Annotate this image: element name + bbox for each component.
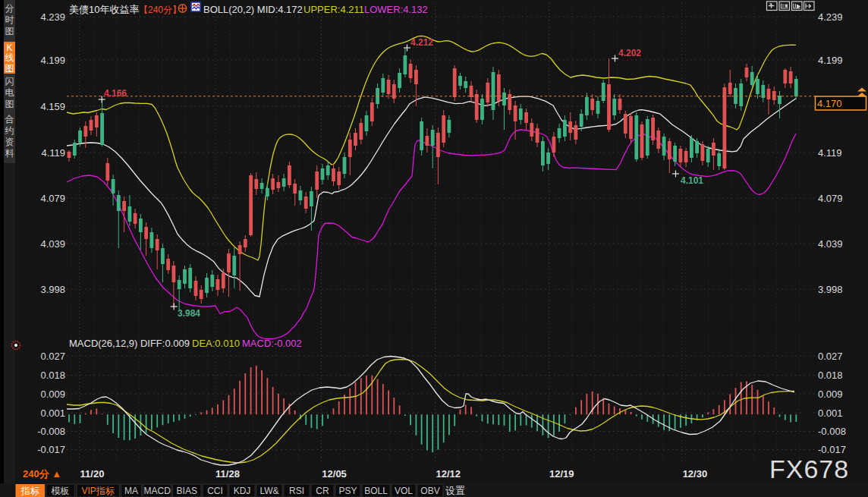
svg-text:-0.017: -0.017 xyxy=(818,444,846,455)
svg-text:图: 图 xyxy=(5,99,14,109)
svg-text:MACD(26,12,9) DIFF:0.009: MACD(26,12,9) DIFF:0.009 xyxy=(69,338,190,349)
svg-text:MA: MA xyxy=(124,486,138,496)
svg-text:BIAS: BIAS xyxy=(177,486,197,496)
svg-text:闪: 闪 xyxy=(5,76,14,87)
svg-text:CR: CR xyxy=(316,486,329,496)
svg-text:合: 合 xyxy=(5,114,14,124)
svg-text:4.202: 4.202 xyxy=(618,48,641,58)
svg-text:线: 线 xyxy=(5,52,14,63)
svg-text:12/30: 12/30 xyxy=(683,468,708,480)
svg-text:0.018: 0.018 xyxy=(818,370,843,381)
svg-text:0.001: 0.001 xyxy=(40,407,65,419)
svg-text:0.027: 0.027 xyxy=(818,351,843,362)
svg-text:UPPER:4.211: UPPER:4.211 xyxy=(303,4,364,15)
svg-text:4.119: 4.119 xyxy=(818,147,842,159)
svg-text:DEA:0.010: DEA:0.010 xyxy=(192,338,240,349)
svg-text:4.039: 4.039 xyxy=(818,238,843,250)
svg-text:模板: 模板 xyxy=(52,486,70,496)
svg-text:4.079: 4.079 xyxy=(818,193,843,204)
svg-text:-0.008: -0.008 xyxy=(37,426,65,437)
svg-text:4.199: 4.199 xyxy=(818,55,843,66)
svg-text:-0.008: -0.008 xyxy=(818,426,846,437)
svg-text:4.079: 4.079 xyxy=(40,193,65,204)
svg-text:240分 ▲: 240分 ▲ xyxy=(23,468,61,480)
svg-text:OBV: OBV xyxy=(420,486,439,496)
svg-text:VIP指标: VIP指标 xyxy=(82,486,115,496)
svg-text:4.119: 4.119 xyxy=(41,147,65,159)
svg-text:RSI: RSI xyxy=(289,486,304,496)
svg-text:分: 分 xyxy=(5,3,14,14)
svg-text:12/12: 12/12 xyxy=(436,468,461,480)
svg-text:4.199: 4.199 xyxy=(40,55,65,66)
svg-text:BOLL(20,2) MID:4.172: BOLL(20,2) MID:4.172 xyxy=(203,4,303,15)
svg-text:VOL: VOL xyxy=(395,486,413,496)
svg-text:4.039: 4.039 xyxy=(40,238,65,250)
svg-text:设置: 设置 xyxy=(445,485,465,496)
svg-text:LW&: LW& xyxy=(259,486,278,496)
svg-text:12/19: 12/19 xyxy=(549,468,574,480)
svg-text:图: 图 xyxy=(5,26,14,36)
svg-text:0.009: 0.009 xyxy=(818,388,843,400)
svg-text:11/20: 11/20 xyxy=(80,468,105,480)
svg-text:指标: 指标 xyxy=(20,486,40,496)
svg-text:4.170: 4.170 xyxy=(817,98,842,109)
svg-text:-0.017: -0.017 xyxy=(37,444,65,455)
svg-text:约: 约 xyxy=(5,125,14,136)
svg-text:4.166: 4.166 xyxy=(104,88,127,99)
svg-text:0.018: 0.018 xyxy=(40,370,65,381)
svg-text:图: 图 xyxy=(5,63,14,74)
svg-text:11/28: 11/28 xyxy=(215,468,240,480)
svg-text:电: 电 xyxy=(5,87,14,98)
svg-text:CCI: CCI xyxy=(207,486,223,496)
svg-text:0.001: 0.001 xyxy=(818,407,843,419)
svg-text:PSY: PSY xyxy=(338,486,357,496)
svg-text:0.027: 0.027 xyxy=(40,351,65,362)
svg-text:料: 料 xyxy=(5,148,14,159)
svg-text:LOWER:4.132: LOWER:4.132 xyxy=(364,4,428,15)
svg-text:时: 时 xyxy=(5,14,14,25)
svg-text:MACD:-0.002: MACD:-0.002 xyxy=(242,338,302,349)
svg-text:3.998: 3.998 xyxy=(40,284,65,295)
svg-text:美债10年收益率: 美债10年收益率 xyxy=(69,4,139,15)
svg-text:资: 资 xyxy=(5,137,14,147)
svg-text:FX678: FX678 xyxy=(769,455,849,483)
svg-text:12/05: 12/05 xyxy=(322,468,347,480)
svg-text:3.984: 3.984 xyxy=(178,308,200,319)
svg-text:4.239: 4.239 xyxy=(818,11,843,23)
svg-text:BOLL: BOLL xyxy=(364,486,388,496)
svg-text:4.212: 4.212 xyxy=(410,37,433,48)
svg-text:3.998: 3.998 xyxy=(818,284,843,295)
svg-text:K: K xyxy=(6,42,12,53)
svg-text:4.101: 4.101 xyxy=(681,175,703,186)
svg-text:KDJ: KDJ xyxy=(234,486,251,496)
svg-text:0.009: 0.009 xyxy=(40,388,65,400)
svg-text:4.159: 4.159 xyxy=(40,101,65,112)
svg-text:MACD: MACD xyxy=(143,486,171,496)
svg-text:4.239: 4.239 xyxy=(40,11,65,23)
svg-text:【240分】: 【240分】 xyxy=(139,5,181,15)
